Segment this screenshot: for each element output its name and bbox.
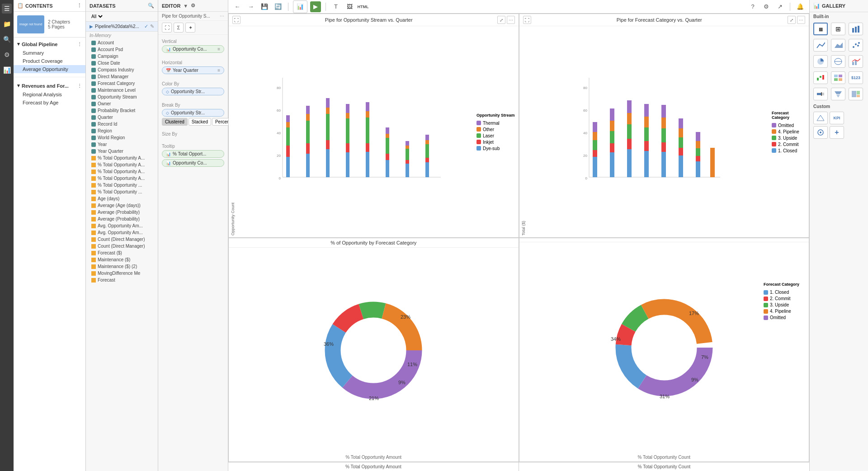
toolbar-green-btn[interactable]: ▶ — [310, 1, 321, 12]
gallery-item-table[interactable]: ▦ — [813, 23, 828, 35]
color-by-pill[interactable]: ◇ Opportunity Str... — [162, 88, 224, 95]
edit-icon[interactable]: ✎ — [150, 24, 154, 29]
field-item[interactable]: % Total Opportunity A... — [86, 161, 158, 168]
editor-expand-btn[interactable]: ⛶ — [162, 23, 172, 33]
field-item[interactable]: % Total Opportunity ... — [86, 182, 158, 188]
field-item[interactable]: Probability Bracket — [86, 107, 158, 114]
chart2-expand-left[interactable]: ⛶ — [523, 16, 531, 24]
nav-icon-home[interactable]: ☰ — [2, 4, 12, 14]
toolbar-html-btn[interactable]: HTML — [358, 1, 368, 12]
gallery-item-map[interactable] — [831, 55, 845, 68]
field-item[interactable]: Forecast Category — [86, 80, 158, 87]
filter-dropdown[interactable]: All — [90, 14, 104, 19]
tooltip-pill-2[interactable]: 📊 Opportunity Co... — [162, 159, 224, 167]
field-item[interactable]: Year — [86, 141, 158, 148]
field-item[interactable]: MovingDifference Me — [86, 270, 158, 277]
gallery-item-waterfall[interactable] — [813, 71, 828, 84]
gallery-item-pie[interactable] — [813, 55, 828, 68]
datasets-search-icon[interactable]: 🔍 — [148, 3, 154, 9]
field-item[interactable]: Avg. Opportunity Am... — [86, 222, 158, 229]
gallery-custom-item3[interactable] — [813, 126, 828, 139]
chart1-expand[interactable]: ⛶ — [232, 16, 241, 24]
gallery-custom-add[interactable]: + — [830, 126, 844, 139]
dataset-item[interactable]: ▶ Pipeline%20data%2... ✓ ✎ — [86, 22, 158, 32]
gallery-item-scatter[interactable] — [849, 39, 863, 52]
field-item[interactable]: Account Psd — [86, 46, 158, 53]
toolbar-chart-btn[interactable]: 📊 — [295, 1, 306, 12]
field-item[interactable]: Maintenance ($) — [86, 256, 158, 263]
toolbar-save-btn[interactable]: 💾 — [259, 1, 270, 12]
toolbar-forward-btn[interactable]: → — [245, 1, 256, 12]
field-item[interactable]: Compass Industry — [86, 66, 158, 73]
gallery-item-bullet[interactable] — [813, 88, 828, 100]
toolbar-text-btn[interactable]: T — [330, 1, 341, 12]
field-item-forecast[interactable]: Forecast — [86, 277, 158, 283]
toolbar-settings-btn[interactable]: ⚙ — [761, 1, 772, 12]
chart1-expand2[interactable]: ⤢ — [497, 16, 505, 24]
gallery-item-treemap[interactable] — [849, 88, 863, 100]
toolbar-help-btn[interactable]: ? — [747, 1, 758, 12]
pill-more-v[interactable]: ≡ — [217, 47, 220, 52]
sidebar-item-product[interactable]: Product Coverage — [14, 57, 85, 65]
editor-filter-icon[interactable]: ▼ — [183, 3, 188, 9]
field-item[interactable]: Forecast ($) — [86, 250, 158, 256]
field-item[interactable]: % Total Opportunity A... — [86, 155, 158, 161]
sidebar-item-regional[interactable]: Regional Analysis — [14, 90, 85, 99]
field-item[interactable]: Record Id — [86, 121, 158, 127]
gallery-item-combo[interactable] — [849, 55, 863, 68]
horizontal-pill[interactable]: 📅 Year Quarter ≡ — [162, 66, 224, 74]
tooltip-pill-1[interactable]: 📊 % Total Opport... — [162, 150, 224, 158]
nav-icon-search[interactable]: 🔍 — [2, 34, 12, 44]
nav-icon-charts[interactable]: 📊 — [2, 65, 12, 75]
field-item[interactable]: Campaign — [86, 53, 158, 60]
chart2-more[interactable]: ⋯ — [797, 16, 805, 24]
field-item[interactable]: Avg. Opportunity Am... — [86, 229, 158, 236]
nav-icon-settings[interactable]: ⚙ — [2, 50, 12, 60]
field-item[interactable]: Maintenance ($) (2) — [86, 263, 158, 270]
gallery-item-area[interactable] — [831, 39, 845, 52]
toolbar-refresh-btn[interactable]: 🔄 — [273, 1, 283, 12]
field-item[interactable]: % Total Opportunity ... — [86, 188, 158, 195]
field-item[interactable]: Region — [86, 127, 158, 134]
field-item[interactable]: Average (Probability) — [86, 216, 158, 222]
sidebar-item-average[interactable]: Average Opportunity — [14, 65, 85, 73]
gallery-item-heatmap[interactable] — [831, 71, 845, 84]
field-item[interactable]: Count (Direct Manager) — [86, 236, 158, 243]
field-item[interactable]: Maintenance Level — [86, 87, 158, 94]
chart2-expand[interactable]: ⤢ — [788, 16, 796, 24]
field-item[interactable]: Year Quarter — [86, 148, 158, 155]
revenues-title[interactable]: ▾ Revenues and For... ⋮ — [14, 81, 85, 90]
gallery-item-crosstab[interactable]: ⊞ — [831, 23, 845, 35]
toolbar-share-btn[interactable]: ↗ — [774, 1, 785, 12]
gallery-item-number[interactable]: $123 — [849, 71, 863, 84]
field-item[interactable]: % Total Opportunity A... — [86, 168, 158, 175]
field-item[interactable]: Opportunity Stream — [86, 94, 158, 100]
editor-sigma-btn[interactable]: Σ — [174, 23, 184, 33]
field-item[interactable]: Owner — [86, 100, 158, 107]
toolbar-image-btn[interactable]: 🖼 — [344, 1, 355, 12]
section-menu-2[interactable]: ⋮ — [77, 83, 82, 88]
pill-more-h[interactable]: ≡ — [217, 68, 220, 73]
gallery-custom-item1[interactable] — [813, 112, 828, 124]
chart1-more[interactable]: ⋯ — [507, 16, 515, 24]
field-item[interactable]: % Total Opportunity A... — [86, 175, 158, 182]
gallery-item-funnel[interactable] — [831, 88, 845, 100]
field-item[interactable]: Direct Manager — [86, 73, 158, 80]
sidebar-item-forecast-age[interactable]: Forecast by Age — [14, 99, 85, 107]
field-item[interactable]: Average (Age (days)) — [86, 202, 158, 209]
break-btn-stacked[interactable]: Stacked — [189, 118, 211, 126]
vertical-pill[interactable]: 📊 Opportunity Co... ≡ — [162, 45, 224, 53]
field-item[interactable]: World Region — [86, 134, 158, 141]
gallery-custom-item2[interactable]: KPI — [830, 112, 844, 124]
break-btn-clustered[interactable]: Clustered — [162, 118, 188, 126]
field-item[interactable]: Account — [86, 39, 158, 46]
nav-icon-data[interactable]: 📁 — [2, 19, 12, 29]
break-by-pill[interactable]: ◇ Opportunity Str... — [162, 109, 224, 117]
field-item[interactable]: Average (Probability) — [86, 209, 158, 216]
field-item[interactable]: Age (days) — [86, 195, 158, 202]
field-item[interactable]: Close Date — [86, 60, 158, 66]
section-menu[interactable]: ⋮ — [77, 42, 82, 47]
field-item[interactable]: Quarter — [86, 114, 158, 121]
toolbar-notification-btn[interactable]: 🔔 — [795, 1, 806, 12]
sidebar-item-summary[interactable]: Summary — [14, 49, 85, 57]
